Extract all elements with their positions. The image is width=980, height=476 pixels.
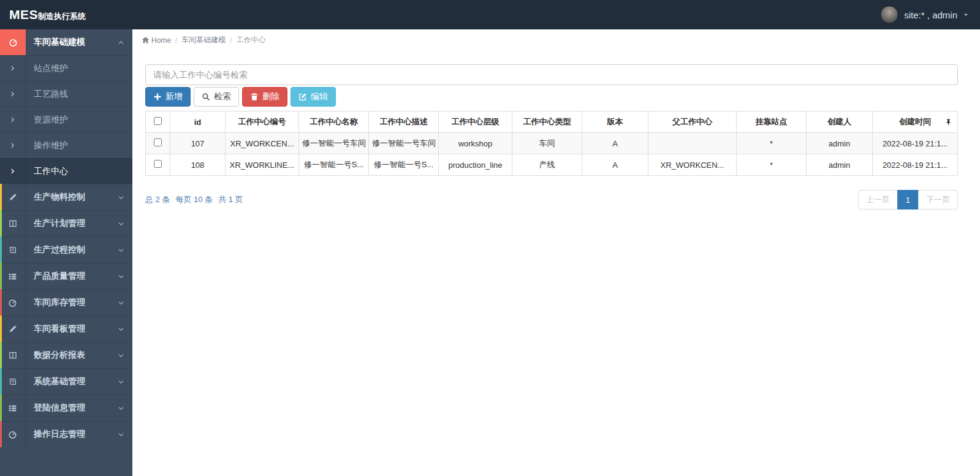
breadcrumb-item-workshop-modeling[interactable]: 车间基础建模 [181, 35, 226, 45]
menu-accent-strip [0, 315, 2, 342]
user-menu[interactable]: site:* , admin [880, 6, 980, 24]
breadcrumb: Home / 车间基础建模 / 工作中心 [132, 29, 980, 50]
menu-accent-strip [0, 236, 2, 263]
sidebar-subitem-1[interactable]: 站点维护 [0, 55, 132, 81]
column-header-9[interactable]: 挂靠站点 [737, 111, 807, 133]
column-header-5[interactable]: 工作中心层级 [439, 111, 512, 133]
menu-accent-strip [0, 289, 2, 315]
add-button[interactable]: 新增 [145, 87, 191, 107]
summary-pages: 共 1 页 [218, 194, 243, 205]
chevron-right-icon [9, 116, 16, 123]
plus-icon [153, 93, 162, 101]
column-header-1[interactable]: id [170, 111, 226, 133]
row-checkbox[interactable] [154, 160, 162, 168]
table-row[interactable]: 107XR_WORKCEN...修一智能一号车间修一智能一号车间workshop… [146, 133, 958, 154]
pagination-prev[interactable]: 上一页 [858, 190, 898, 210]
column-header-10[interactable]: 创建人 [807, 111, 873, 133]
chevron-down-icon [118, 194, 124, 201]
search-button[interactable]: 检索 [194, 87, 239, 107]
table-cell: production_line [439, 154, 512, 176]
column-header-8[interactable]: 父工作中心 [648, 111, 737, 133]
sidebar-item-workshop-modeling[interactable]: 车间基础建模 [0, 29, 132, 55]
sidebar-item-5[interactable]: 车间库存管理 [0, 289, 132, 315]
table-cell: 107 [170, 133, 226, 154]
sidebar-subitem-2[interactable]: 工艺路线 [0, 81, 132, 107]
dashboard-icon [8, 430, 17, 439]
list-icon [8, 404, 17, 413]
sidebar-item-3[interactable]: 生产过程控制 [0, 236, 132, 263]
column-header-6[interactable]: 工作中心类型 [512, 111, 582, 133]
records-summary: 总 2 条 每页 10 条 共 1 页 [145, 194, 243, 205]
chevron-down-icon [118, 431, 124, 438]
column-header-3[interactable]: 工作中心名称 [299, 111, 369, 133]
sidebar-subitem-4[interactable]: 操作维护 [0, 132, 132, 158]
sidebar-item-6[interactable]: 车间看板管理 [0, 315, 132, 342]
chevron-up-icon [118, 29, 132, 55]
pagination-next[interactable]: 下一页 [918, 190, 958, 210]
sidebar-subitem-3[interactable]: 资源维护 [0, 107, 132, 132]
sidebar-item-4[interactable]: 产品质量管理 [0, 263, 132, 289]
sidebar-subitem-5-active[interactable]: 工作中心 [0, 158, 132, 184]
table-cell: 2022-08-19 21:1... [873, 133, 958, 154]
select-all-checkbox[interactable] [154, 117, 162, 125]
edit-icon [9, 193, 17, 202]
trash-icon [250, 93, 259, 101]
table-cell: 修一智能一号S... [299, 154, 369, 176]
row-checkbox[interactable] [154, 138, 162, 146]
menu-accent-strip [0, 395, 2, 421]
list-icon [8, 272, 17, 281]
home-icon [142, 36, 150, 44]
table-cell: 修一智能一号车间 [369, 133, 439, 154]
caret-down-icon [963, 12, 969, 18]
breadcrumb-separator: / [175, 36, 177, 45]
select-all-cell [146, 111, 170, 133]
edit-button[interactable]: 编辑 [291, 87, 336, 107]
book-icon [9, 377, 17, 386]
chevron-right-icon [9, 142, 16, 149]
pagination-page-1[interactable]: 1 [897, 190, 919, 210]
pin-icon [945, 118, 952, 126]
sidebar-item-1[interactable]: 生产物料控制 [0, 184, 132, 210]
breadcrumb-home-label: Home [151, 36, 171, 45]
sidebar-item-8[interactable]: 系统基础管理 [0, 368, 132, 395]
dashboard-icon [9, 38, 18, 47]
dashboard-icon [8, 298, 17, 308]
edit-square-icon [298, 93, 307, 101]
column-header-7[interactable]: 版本 [582, 111, 648, 133]
sidebar-item-2[interactable]: 生产计划管理 [0, 210, 132, 236]
sidebar-item-7[interactable]: 数据分析报表 [0, 342, 132, 368]
column-header-11[interactable]: 创建时间 [873, 111, 958, 133]
workcenter-table: id工作中心编号工作中心名称工作中心描述工作中心层级工作中心类型版本父工作中心挂… [145, 111, 958, 176]
chevron-up-icon [118, 39, 124, 46]
menu-accent-strip [0, 342, 2, 368]
chevron-down-icon [118, 405, 124, 412]
table-cell: 108 [170, 154, 226, 176]
breadcrumb-separator: / [230, 36, 232, 45]
user-label: site:* , admin [904, 10, 957, 20]
breadcrumb-home[interactable]: Home [142, 36, 171, 45]
sidebar-group-label: 车间基础建模 [26, 29, 118, 55]
table-cell: XR_WORKCEN... [226, 133, 299, 154]
table-cell: A [582, 154, 648, 176]
top-bar: MES制造执行系统 site:* , admin [0, 0, 980, 29]
delete-button[interactable]: 删除 [242, 87, 287, 107]
menu-accent-strip [0, 421, 2, 447]
table-row[interactable]: 108XR_WORKLINE...修一智能一号S...修一智能一号S...pro… [146, 154, 958, 176]
table-cell: 产线 [512, 154, 582, 176]
menu-accent-strip [0, 210, 2, 236]
column-header-4[interactable]: 工作中心描述 [369, 111, 439, 133]
table-header-row: id工作中心编号工作中心名称工作中心描述工作中心层级工作中心类型版本父工作中心挂… [146, 111, 958, 133]
table-cell: 修一智能一号车间 [299, 133, 369, 154]
sidebar-item-10[interactable]: 操作日志管理 [0, 421, 132, 447]
chevron-right-icon [9, 91, 16, 97]
search-input[interactable] [145, 64, 958, 85]
sidebar-item-9[interactable]: 登陆信息管理 [0, 395, 132, 421]
column-header-2[interactable]: 工作中心编号 [226, 111, 299, 133]
chevron-down-icon [118, 326, 124, 333]
search-icon [202, 93, 210, 101]
columns-icon [9, 351, 17, 360]
table-cell: A [582, 133, 648, 154]
chevron-down-icon [118, 300, 124, 306]
chevron-down-icon [118, 379, 124, 385]
table-cell: 修一智能一号S... [369, 154, 439, 176]
